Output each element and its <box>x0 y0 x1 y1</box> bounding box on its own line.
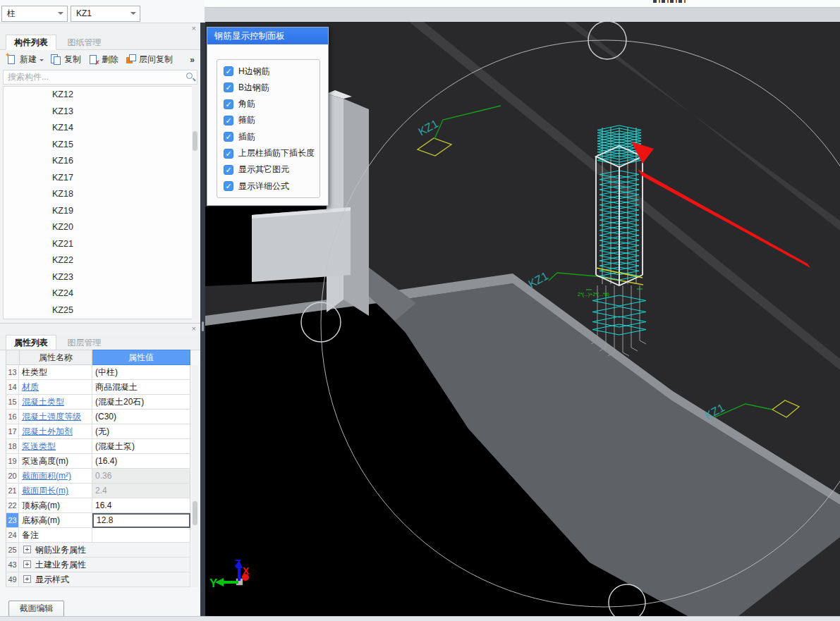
property-row[interactable]: 25+钢筋业务属性 <box>6 543 190 558</box>
checkbox-row[interactable]: ✓H边钢筋 <box>224 66 270 77</box>
property-row[interactable]: 16混凝土强度等级(C30) <box>6 410 190 424</box>
property-name-cell[interactable]: 泵送类型 <box>19 439 92 454</box>
property-value-cell[interactable] <box>92 528 190 543</box>
wall-side-face <box>343 99 369 316</box>
checkbox-row[interactable]: ✓箍筋 <box>224 115 255 126</box>
tab-component-list[interactable]: 构件列表 <box>6 35 56 50</box>
row-number-cell: 21 <box>6 484 19 498</box>
property-row[interactable]: 15混凝土类型(混凝土20石) <box>6 395 190 410</box>
checkbox-row[interactable]: ✓上层柱插筋下插长度 <box>224 148 315 159</box>
property-row[interactable]: 18泵送类型(混凝土泵) <box>6 439 190 454</box>
toolbar-overflow-button[interactable]: » <box>184 55 200 65</box>
checkbox-row[interactable]: ✓角筋 <box>224 99 255 110</box>
checkbox-checked-icon[interactable]: ✓ <box>224 149 233 159</box>
component-item[interactable]: KZ19 <box>4 203 197 220</box>
checkbox-checked-icon[interactable]: ✓ <box>224 99 233 109</box>
rebar-display-control-panel[interactable]: 钢筋显示控制面板 ✓H边钢筋✓B边钢筋✓角筋✓箍筋✓插筋✓上层柱插筋下插长度✓显… <box>207 27 329 206</box>
component-item[interactable]: KZ24 <box>4 285 197 302</box>
expand-icon[interactable]: + <box>23 546 31 553</box>
tab-property-list[interactable]: 属性列表 <box>6 335 56 350</box>
checkbox-checked-icon[interactable]: ✓ <box>224 82 233 92</box>
property-row[interactable]: 22顶标高(m)16.4 <box>6 498 190 513</box>
y-axis-label: Y <box>209 577 218 590</box>
panel-title-bar[interactable]: 钢筋显示控制面板 <box>207 27 328 44</box>
property-name-cell: 备注 <box>19 528 92 543</box>
component-item[interactable]: KZ22 <box>4 252 197 269</box>
section-edit-button[interactable]: 截面编辑 <box>8 601 64 617</box>
component-item[interactable]: KZ21 <box>4 236 197 253</box>
checkbox-group-box: ✓H边钢筋✓B边钢筋✓角筋✓箍筋✓插筋✓上层柱插筋下插长度✓显示其它图元✓显示详… <box>217 59 320 198</box>
checkbox-checked-icon[interactable]: ✓ <box>224 116 233 125</box>
component-item[interactable]: KZ16 <box>4 153 197 170</box>
component-item[interactable]: KZ15 <box>4 137 197 154</box>
component-item[interactable]: KZ14 <box>4 120 197 137</box>
property-value-cell[interactable]: (混凝土泵) <box>92 439 190 454</box>
checkbox-checked-icon[interactable]: ✓ <box>224 181 233 191</box>
component-item[interactable]: KZ25 <box>4 302 197 319</box>
property-value-cell[interactable]: (无) <box>92 424 190 439</box>
property-name-cell[interactable]: 材质 <box>19 380 92 395</box>
property-row[interactable]: 23底标高(m)12.8 <box>6 513 190 528</box>
search-icon[interactable] <box>186 73 193 79</box>
component-item[interactable]: KZ18 <box>4 186 197 203</box>
element-type-combobox[interactable]: 柱 <box>1 6 68 22</box>
checkbox-checked-icon[interactable]: ✓ <box>224 132 233 142</box>
search-input[interactable]: 搜索构件... <box>3 70 197 85</box>
property-row[interactable]: 20截面面积(m²)0.36 <box>6 469 190 484</box>
checkbox-checked-icon[interactable]: ✓ <box>224 165 233 175</box>
property-name-cell[interactable]: 混凝土类型 <box>19 395 92 410</box>
checkbox-row[interactable]: ✓B边钢筋 <box>224 82 269 93</box>
new-button[interactable]: ✦ 新建 <box>3 52 47 68</box>
expand-icon[interactable]: + <box>23 575 31 583</box>
property-value-cell[interactable]: (16.4) <box>92 454 190 469</box>
close-icon[interactable]: × <box>192 24 196 33</box>
component-item[interactable]: KZ23 <box>4 269 197 286</box>
property-row[interactable]: 49+显示样式 <box>6 572 190 587</box>
component-item[interactable]: KZ20 <box>4 219 197 236</box>
property-name-cell[interactable]: 截面面积(m²) <box>19 469 92 484</box>
component-list-scrollbar[interactable] <box>192 86 198 319</box>
checkbox-row[interactable]: ✓显示其它图元 <box>224 164 289 176</box>
property-table-body: 13柱类型(中柱)14材质商品混凝土15混凝土类型(混凝土20石)16混凝土强度… <box>6 365 190 587</box>
property-value-cell[interactable]: 16.4 <box>92 498 190 513</box>
copy-button[interactable]: 复制 <box>47 52 85 68</box>
property-value-cell[interactable]: (中柱) <box>92 365 190 380</box>
property-row[interactable]: 17混凝土外加剂(无) <box>6 424 190 439</box>
property-value-cell[interactable]: 12.8 <box>92 513 190 528</box>
property-name-cell: +土建业务属性 <box>19 558 190 572</box>
property-name-cell[interactable]: 混凝土外加剂 <box>19 424 92 439</box>
property-table-scrollbar[interactable] <box>192 365 198 587</box>
layer-copy-button[interactable]: 层间复制 <box>122 52 176 68</box>
scrollbar-thumb[interactable] <box>193 131 197 151</box>
property-value-cell[interactable]: (C30) <box>92 410 190 424</box>
property-name-cell[interactable]: 截面周长(m) <box>19 484 92 498</box>
property-value-cell[interactable]: (混凝土20石) <box>92 395 190 410</box>
component-item[interactable]: KZ12 <box>4 87 197 104</box>
checkbox-checked-icon[interactable]: ✓ <box>224 66 233 76</box>
property-value-cell[interactable]: 商品混凝土 <box>92 380 190 395</box>
property-row[interactable]: 13柱类型(中柱) <box>6 365 190 380</box>
property-name-cell[interactable]: 混凝土强度等级 <box>19 410 92 424</box>
element-name-value: KZ1 <box>76 8 92 18</box>
scrollbar-thumb[interactable] <box>193 501 197 525</box>
property-row[interactable]: 24备注 <box>6 528 190 543</box>
search-placeholder: 搜索构件... <box>8 72 49 82</box>
property-row[interactable]: 43+土建业务属性 <box>6 558 190 572</box>
property-row[interactable]: 14材质商品混凝土 <box>6 380 190 395</box>
component-item[interactable]: KZ17 <box>4 170 197 187</box>
close-icon[interactable]: × <box>192 324 196 333</box>
panel-splitter[interactable] <box>200 23 205 616</box>
property-row[interactable]: 21截面周长(m)2.4 <box>6 484 190 498</box>
element-name-combobox[interactable]: KZ1 <box>71 6 140 22</box>
checkbox-row[interactable]: ✓显示详细公式 <box>224 180 289 192</box>
row-number-cell: 13 <box>6 365 19 380</box>
delete-button[interactable]: ✗ 删除 <box>85 52 122 68</box>
property-name-cell: +显示样式 <box>19 572 190 587</box>
tab-layer-manage[interactable]: 图层管理 <box>59 336 109 351</box>
checkbox-row[interactable]: ✓插筋 <box>224 131 255 142</box>
component-item[interactable]: KZ13 <box>4 104 197 121</box>
tab-drawing-manage[interactable]: 图纸管理 <box>59 35 109 51</box>
property-row[interactable]: 19泵送高度(m)(16.4) <box>6 454 190 469</box>
expand-icon[interactable]: + <box>23 560 31 568</box>
header-value-cell: 属性值 <box>92 350 190 365</box>
